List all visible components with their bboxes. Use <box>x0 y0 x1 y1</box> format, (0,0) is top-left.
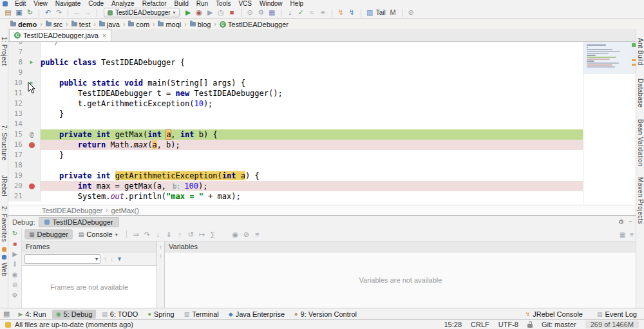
redo-icon[interactable]: ↷ <box>54 8 64 17</box>
line-ending[interactable]: CRLF <box>471 321 489 328</box>
project-structure-icon[interactable]: ▦ <box>267 8 277 17</box>
annotate-icon[interactable]: ≡ <box>318 8 328 17</box>
resume-icon[interactable]: ▶ <box>12 250 17 258</box>
sync-icon[interactable]: ↻ <box>25 8 35 17</box>
tool-window-button-2-favorites[interactable]: 2: Favorites <box>1 206 8 242</box>
next-frame-icon[interactable]: ↓ <box>110 256 113 263</box>
tool-window-button-database[interactable]: Database <box>637 79 644 108</box>
toolwindow-jrebel-console[interactable]: ↯JRebel Console <box>522 310 587 319</box>
toolwindow-java-enterprise[interactable]: ◆Java Enterprise <box>225 310 289 319</box>
menu-item-window[interactable]: Window <box>256 0 287 7</box>
filter-icon[interactable]: ▼ <box>117 256 122 262</box>
menu-item-edit[interactable]: Edit <box>11 0 30 7</box>
undo-icon[interactable]: ↶ <box>43 8 53 17</box>
run-config-selector[interactable]: TestIDEADebugger▾ <box>104 8 180 17</box>
tool-window-button-maven-projects[interactable]: Maven Projects <box>637 177 644 224</box>
toolwindow-event-log[interactable]: ▤Event Log <box>593 310 641 319</box>
menu-item-view[interactable]: View <box>30 0 52 7</box>
toolwindow-5-debug[interactable]: ◉5: Debug <box>52 310 97 319</box>
tool-window-button-web[interactable]: Web <box>1 263 8 276</box>
vcs-update-icon[interactable]: ↓ <box>285 8 295 17</box>
mute-breakpoints-icon[interactable]: ⊘ <box>241 230 252 239</box>
thread-dump-icon[interactable]: ≡ <box>252 230 263 239</box>
settings-icon[interactable]: ⚙ <box>256 8 266 17</box>
breakpoint-icon[interactable] <box>29 183 35 189</box>
window-switcher-icon[interactable]: ▦ <box>3 310 10 318</box>
tool-window-button-1-project[interactable]: 1: Project <box>1 37 8 66</box>
jrebel-run-icon[interactable]: ↯ <box>336 8 346 17</box>
breadcrumb-item-blog[interactable]: blog <box>189 21 213 28</box>
mute-breakpoints-icon[interactable]: ⊘ <box>12 281 17 288</box>
breadcrumb-item-demo[interactable]: demo <box>9 21 38 28</box>
pause-icon[interactable]: ‖ <box>14 261 16 268</box>
splitter-handle-icon[interactable]: ↑ <box>159 244 162 250</box>
tool-window-button-jrebel[interactable]: JRebel <box>1 175 8 196</box>
step-into-icon[interactable]: ↓ <box>153 230 164 239</box>
tab-console[interactable]: ▤Console▾ <box>74 229 122 240</box>
menu-item-navigate[interactable]: Navigate <box>52 0 84 7</box>
markdown-icon[interactable]: M <box>388 8 398 17</box>
menu-item-tools[interactable]: Tools <box>212 0 234 7</box>
hide-icon[interactable]: − <box>629 218 632 225</box>
breadcrumb-item-testideadebugger[interactable]: CTestIDEADebugger <box>218 21 290 28</box>
toolwindow-spring[interactable]: ●Spring <box>144 310 178 319</box>
editor-breadcrumb-class[interactable]: TestIDEADebugger <box>42 207 102 214</box>
breadcrumb-item-com[interactable]: com <box>127 21 151 28</box>
coverage-icon[interactable]: ▶ <box>205 8 215 17</box>
run-to-cursor-icon[interactable]: ↦ <box>196 230 207 239</box>
menu-item-refactor[interactable]: Refactor <box>138 0 171 7</box>
readonly-lock-icon[interactable] <box>527 324 533 328</box>
toolwindow-9-version-control[interactable]: ●9: Version Control <box>290 310 361 319</box>
toolwindow-4-run[interactable]: ▶4: Run <box>14 310 50 319</box>
search-icon[interactable]: ⊙ <box>245 8 255 17</box>
menu-item-analyze[interactable]: Analyze <box>108 0 138 7</box>
tool-window-button-7-structure[interactable]: 7: Structure <box>1 125 8 160</box>
stop-icon[interactable]: ■ <box>227 8 237 17</box>
menu-item-run[interactable]: Run <box>193 0 212 7</box>
view-breakpoints-icon[interactable]: ◉ <box>12 271 18 278</box>
settings-icon[interactable]: ⚙ <box>618 218 624 225</box>
tab-debugger[interactable]: ▦Debugger <box>24 229 73 240</box>
diff-icon[interactable]: ≈ <box>307 8 317 17</box>
editor-tab[interactable]: C TestIDEADebugger.java × <box>9 29 111 41</box>
back-icon[interactable]: ← <box>72 8 82 17</box>
step-over-icon[interactable]: ↷ <box>142 230 153 239</box>
minimap[interactable] <box>583 42 636 205</box>
forward-icon[interactable]: → <box>83 8 93 17</box>
run-icon[interactable]: ▶ <box>184 8 193 17</box>
tool-window-button-ant-build[interactable]: Ant Build <box>637 38 644 66</box>
settings-icon[interactable]: ⚙ <box>12 292 18 299</box>
breadcrumb-item-src[interactable]: src <box>44 21 64 28</box>
close-icon[interactable]: × <box>102 32 106 39</box>
power-save-icon[interactable]: ⊘ <box>406 8 416 17</box>
caret-position[interactable]: 15:28 <box>444 321 462 328</box>
jrebel-debug-icon[interactable]: ↯ <box>347 8 357 17</box>
more-icon[interactable]: ≡ <box>630 231 634 238</box>
menu-item-code[interactable]: Code <box>84 0 108 7</box>
evaluate-expression-icon[interactable]: ∑ <box>207 230 218 239</box>
step-out-icon[interactable]: ↑ <box>175 230 185 239</box>
rerun-icon[interactable]: ↻ <box>12 230 17 237</box>
tool-window-button-icon[interactable] <box>2 255 6 259</box>
tool-window-button-icon[interactable] <box>2 247 6 252</box>
breadcrumb-item-java[interactable]: java <box>98 21 121 28</box>
splitter-handle-icon[interactable]: ↓ <box>159 252 162 259</box>
memory-indicator[interactable]: 269 of 1466M <box>585 321 639 328</box>
breakpoint-icon[interactable] <box>29 142 35 148</box>
force-step-into-icon[interactable]: ⇓ <box>164 230 175 239</box>
run-gutter-icon[interactable]: ▶ <box>24 57 39 68</box>
menu-item-vcs[interactable]: VCS <box>234 0 256 7</box>
save-all-icon[interactable]: ▣ <box>14 8 24 17</box>
layout-settings-icon[interactable]: ▦ <box>620 231 625 238</box>
vcs-commit-icon[interactable]: ✓ <box>296 8 306 17</box>
debug-session-tab[interactable]: TestIDEADebugger <box>39 217 118 227</box>
show-execution-point-icon[interactable]: ⇒ <box>131 230 142 239</box>
menu-item-help[interactable]: Help <box>287 0 308 7</box>
code-editor[interactable]: 6 */78▶public class TestIDEADebugger {91… <box>8 42 636 205</box>
menu-item-build[interactable]: Build <box>170 0 192 7</box>
git-branch[interactable]: Git: master <box>542 321 576 328</box>
debug-icon[interactable]: ◉ <box>194 8 204 17</box>
toolwindow-6-todo[interactable]: ▤6: TODO <box>98 310 142 319</box>
editor-breadcrumb-method[interactable]: getMax() <box>111 207 139 214</box>
previous-frame-icon[interactable]: ↑ <box>104 256 107 263</box>
